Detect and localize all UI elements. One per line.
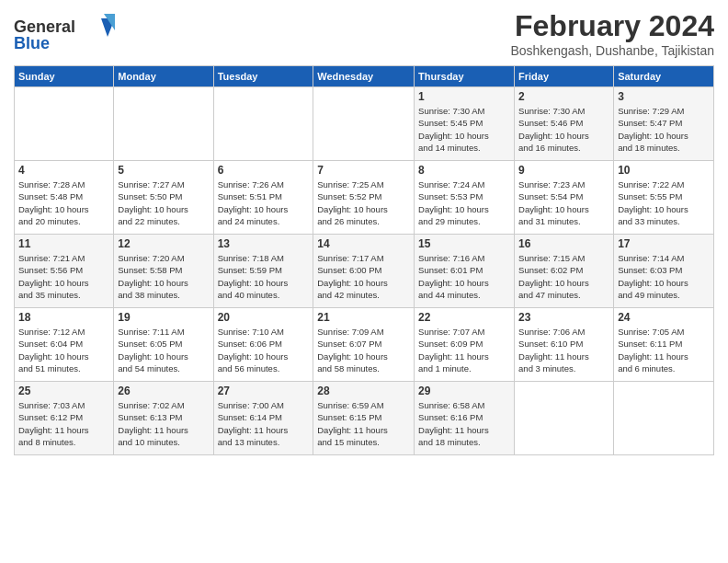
day-cell: 5Sunrise: 7:27 AM Sunset: 5:50 PM Daylig… bbox=[114, 161, 213, 235]
day-cell bbox=[15, 87, 114, 161]
day-number: 28 bbox=[317, 385, 410, 397]
day-info: Sunrise: 7:26 AM Sunset: 5:51 PM Dayligh… bbox=[218, 178, 310, 227]
day-cell: 17Sunrise: 7:14 AM Sunset: 6:03 PM Dayli… bbox=[614, 235, 714, 308]
day-cell: 7Sunrise: 7:25 AM Sunset: 5:52 PM Daylig… bbox=[313, 161, 415, 235]
day-cell: 21Sunrise: 7:09 AM Sunset: 6:07 PM Dayli… bbox=[313, 308, 415, 382]
day-number: 13 bbox=[218, 237, 310, 250]
day-info: Sunrise: 7:11 AM Sunset: 6:05 PM Dayligh… bbox=[118, 326, 209, 374]
col-monday: Monday bbox=[114, 66, 213, 87]
week-row-1: 1Sunrise: 7:30 AM Sunset: 5:45 PM Daylig… bbox=[15, 87, 714, 161]
day-info: Sunrise: 7:17 AM Sunset: 6:00 PM Dayligh… bbox=[317, 252, 410, 301]
logo-content: General Blue bbox=[14, 14, 115, 56]
svg-text:General: General bbox=[14, 17, 75, 36]
day-number: 16 bbox=[518, 237, 609, 250]
day-info: Sunrise: 7:02 AM Sunset: 6:13 PM Dayligh… bbox=[118, 399, 209, 448]
day-info: Sunrise: 7:09 AM Sunset: 6:07 PM Dayligh… bbox=[317, 326, 410, 374]
day-number: 23 bbox=[518, 311, 609, 324]
col-saturday: Saturday bbox=[614, 66, 714, 87]
day-info: Sunrise: 7:27 AM Sunset: 5:50 PM Dayligh… bbox=[118, 178, 209, 227]
day-number: 17 bbox=[618, 237, 710, 250]
day-number: 9 bbox=[518, 164, 609, 177]
header: General Blue February 2024 Boshkengash, … bbox=[14, 9, 714, 58]
day-cell: 9Sunrise: 7:23 AM Sunset: 5:54 PM Daylig… bbox=[515, 161, 614, 235]
day-cell: 20Sunrise: 7:10 AM Sunset: 6:06 PM Dayli… bbox=[213, 308, 313, 382]
day-number: 15 bbox=[418, 237, 510, 250]
day-info: Sunrise: 7:23 AM Sunset: 5:54 PM Dayligh… bbox=[518, 178, 609, 227]
day-cell: 1Sunrise: 7:30 AM Sunset: 5:45 PM Daylig… bbox=[415, 87, 515, 161]
day-number: 3 bbox=[618, 90, 710, 103]
day-info: Sunrise: 7:20 AM Sunset: 5:58 PM Dayligh… bbox=[118, 252, 209, 301]
day-info: Sunrise: 7:15 AM Sunset: 6:02 PM Dayligh… bbox=[518, 252, 609, 301]
day-info: Sunrise: 7:14 AM Sunset: 6:03 PM Dayligh… bbox=[618, 252, 710, 301]
day-info: Sunrise: 7:22 AM Sunset: 5:55 PM Dayligh… bbox=[618, 178, 710, 227]
day-cell bbox=[515, 382, 614, 455]
title-section: February 2024 Boshkengash, Dushanbe, Taj… bbox=[510, 9, 714, 58]
day-info: Sunrise: 7:12 AM Sunset: 6:04 PM Dayligh… bbox=[18, 326, 109, 374]
day-cell: 23Sunrise: 7:06 AM Sunset: 6:10 PM Dayli… bbox=[515, 308, 614, 382]
day-cell: 22Sunrise: 7:07 AM Sunset: 6:09 PM Dayli… bbox=[415, 308, 515, 382]
day-number: 21 bbox=[317, 311, 410, 324]
day-number: 6 bbox=[218, 164, 310, 177]
day-cell bbox=[114, 87, 213, 161]
day-cell: 24Sunrise: 7:05 AM Sunset: 6:11 PM Dayli… bbox=[614, 308, 714, 382]
day-cell bbox=[313, 87, 415, 161]
svg-text:Blue: Blue bbox=[14, 34, 50, 52]
week-row-3: 11Sunrise: 7:21 AM Sunset: 5:56 PM Dayli… bbox=[15, 235, 714, 308]
day-number: 10 bbox=[618, 164, 710, 177]
day-info: Sunrise: 7:03 AM Sunset: 6:12 PM Dayligh… bbox=[18, 399, 109, 448]
col-friday: Friday bbox=[515, 66, 614, 87]
day-info: Sunrise: 7:18 AM Sunset: 5:59 PM Dayligh… bbox=[218, 252, 310, 301]
day-info: Sunrise: 7:21 AM Sunset: 5:56 PM Dayligh… bbox=[18, 252, 109, 301]
day-info: Sunrise: 7:25 AM Sunset: 5:52 PM Dayligh… bbox=[317, 178, 410, 227]
day-number: 5 bbox=[118, 164, 209, 177]
day-info: Sunrise: 7:29 AM Sunset: 5:47 PM Dayligh… bbox=[618, 105, 710, 154]
day-number: 29 bbox=[418, 385, 510, 397]
logo: General Blue bbox=[14, 14, 115, 56]
day-number: 2 bbox=[518, 90, 609, 103]
day-info: Sunrise: 6:58 AM Sunset: 6:16 PM Dayligh… bbox=[418, 399, 510, 448]
day-number: 18 bbox=[18, 311, 109, 324]
day-info: Sunrise: 7:00 AM Sunset: 6:14 PM Dayligh… bbox=[218, 399, 310, 448]
day-cell: 13Sunrise: 7:18 AM Sunset: 5:59 PM Dayli… bbox=[213, 235, 313, 308]
day-number: 1 bbox=[418, 90, 510, 103]
col-sunday: Sunday bbox=[15, 66, 114, 87]
calendar-table: Sunday Monday Tuesday Wednesday Thursday… bbox=[14, 65, 714, 455]
day-cell: 12Sunrise: 7:20 AM Sunset: 5:58 PM Dayli… bbox=[114, 235, 213, 308]
day-cell: 10Sunrise: 7:22 AM Sunset: 5:55 PM Dayli… bbox=[614, 161, 714, 235]
day-cell: 29Sunrise: 6:58 AM Sunset: 6:16 PM Dayli… bbox=[415, 382, 515, 455]
day-cell bbox=[614, 382, 714, 455]
day-info: Sunrise: 7:30 AM Sunset: 5:46 PM Dayligh… bbox=[518, 105, 609, 154]
day-cell: 14Sunrise: 7:17 AM Sunset: 6:00 PM Dayli… bbox=[313, 235, 415, 308]
day-number: 14 bbox=[317, 237, 410, 250]
col-wednesday: Wednesday bbox=[313, 66, 415, 87]
day-cell: 28Sunrise: 6:59 AM Sunset: 6:15 PM Dayli… bbox=[313, 382, 415, 455]
day-cell: 19Sunrise: 7:11 AM Sunset: 6:05 PM Dayli… bbox=[114, 308, 213, 382]
day-number: 8 bbox=[418, 164, 510, 177]
day-number: 20 bbox=[218, 311, 310, 324]
week-row-4: 18Sunrise: 7:12 AM Sunset: 6:04 PM Dayli… bbox=[15, 308, 714, 382]
day-info: Sunrise: 6:59 AM Sunset: 6:15 PM Dayligh… bbox=[317, 399, 410, 448]
day-cell: 8Sunrise: 7:24 AM Sunset: 5:53 PM Daylig… bbox=[415, 161, 515, 235]
day-number: 12 bbox=[118, 237, 209, 250]
day-cell: 11Sunrise: 7:21 AM Sunset: 5:56 PM Dayli… bbox=[15, 235, 114, 308]
day-number: 11 bbox=[18, 237, 109, 250]
day-cell: 6Sunrise: 7:26 AM Sunset: 5:51 PM Daylig… bbox=[213, 161, 313, 235]
week-row-5: 25Sunrise: 7:03 AM Sunset: 6:12 PM Dayli… bbox=[15, 382, 714, 455]
day-number: 25 bbox=[18, 385, 109, 397]
week-row-2: 4Sunrise: 7:28 AM Sunset: 5:48 PM Daylig… bbox=[15, 161, 714, 235]
day-cell: 3Sunrise: 7:29 AM Sunset: 5:47 PM Daylig… bbox=[614, 87, 714, 161]
col-thursday: Thursday bbox=[415, 66, 515, 87]
day-number: 22 bbox=[418, 311, 510, 324]
day-number: 4 bbox=[18, 164, 109, 177]
calendar-subtitle: Boshkengash, Dushanbe, Tajikistan bbox=[510, 43, 714, 58]
day-cell: 15Sunrise: 7:16 AM Sunset: 6:01 PM Dayli… bbox=[415, 235, 515, 308]
day-info: Sunrise: 7:05 AM Sunset: 6:11 PM Dayligh… bbox=[618, 326, 710, 374]
day-cell: 25Sunrise: 7:03 AM Sunset: 6:12 PM Dayli… bbox=[15, 382, 114, 455]
col-tuesday: Tuesday bbox=[213, 66, 313, 87]
day-info: Sunrise: 7:07 AM Sunset: 6:09 PM Dayligh… bbox=[418, 326, 510, 374]
day-cell: 4Sunrise: 7:28 AM Sunset: 5:48 PM Daylig… bbox=[15, 161, 114, 235]
day-cell: 26Sunrise: 7:02 AM Sunset: 6:13 PM Dayli… bbox=[114, 382, 213, 455]
day-number: 7 bbox=[317, 164, 410, 177]
day-number: 27 bbox=[218, 385, 310, 397]
day-info: Sunrise: 7:06 AM Sunset: 6:10 PM Dayligh… bbox=[518, 326, 609, 374]
